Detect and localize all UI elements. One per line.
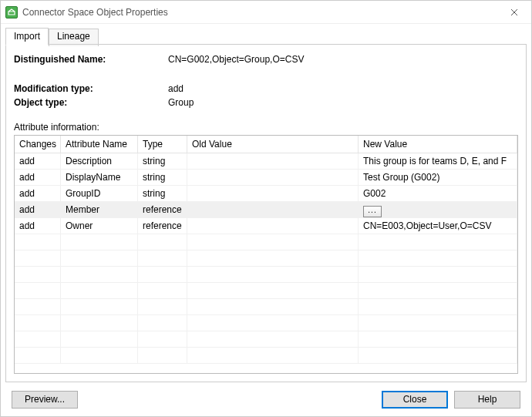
objtype-row: Object type: Group (14, 97, 518, 108)
dn-value: CN=G002,Object=Group,O=CSV (168, 54, 518, 65)
col-oldvalue[interactable]: Old Value (187, 136, 359, 153)
button-bar: Preview... Close Help (1, 387, 531, 416)
table-body: addDescriptionstringThis group is for te… (15, 153, 517, 373)
cell-name: Description (61, 153, 138, 169)
table-row[interactable]: addGroupIDstringG002 (15, 186, 517, 202)
cell-changes: add (15, 153, 61, 169)
cell-new: This group is for teams D, E, and F (359, 153, 517, 169)
cell-type: reference (138, 218, 187, 234)
window-title: Connector Space Object Properties (22, 7, 497, 18)
cell-changes: add (15, 186, 61, 201)
table-row-empty (15, 283, 517, 299)
table-row-empty (15, 348, 517, 364)
table-row[interactable]: addDescriptionstringThis group is for te… (15, 153, 517, 170)
app-icon (5, 6, 18, 18)
table-row-empty (15, 251, 517, 267)
cell-name: GroupID (61, 186, 138, 201)
cell-old (187, 170, 359, 185)
cell-new: CN=E003,Object=User,O=CSV (359, 218, 517, 234)
cell-new: Test Group (G002) (359, 170, 517, 185)
cell-type: string (138, 170, 187, 185)
cell-name: DisplayName (61, 170, 138, 185)
cell-changes: add (15, 170, 61, 185)
cell-new: ... (359, 202, 517, 217)
table-row-empty (15, 267, 517, 283)
tab-lineage[interactable]: Lineage (49, 29, 99, 46)
col-type[interactable]: Type (138, 136, 187, 153)
cell-type: string (138, 186, 187, 201)
cell-name: Owner (61, 218, 138, 234)
cell-old (187, 153, 359, 169)
table-header-row: Changes Attribute Name Type Old Value Ne… (15, 136, 517, 153)
close-icon[interactable] (497, 1, 531, 23)
objtype-label: Object type: (14, 97, 168, 108)
tab-content: Distinguished Name: CN=G002,Object=Group… (5, 45, 527, 382)
cell-old (187, 202, 359, 217)
close-button[interactable]: Close (382, 391, 448, 409)
modtype-row: Modification type: add (14, 83, 518, 94)
cell-new: G002 (359, 186, 517, 201)
modtype-value: add (168, 83, 518, 94)
table-row-empty (15, 315, 517, 331)
cell-old (187, 186, 359, 201)
ellipsis-button[interactable]: ... (363, 206, 382, 217)
cell-type: reference (138, 202, 187, 217)
tab-import[interactable]: Import (5, 28, 49, 45)
objtype-value: Group (168, 97, 518, 108)
col-newvalue[interactable]: New Value (359, 136, 517, 153)
col-changes[interactable]: Changes (15, 136, 61, 153)
tab-lineage-label: Lineage (57, 31, 90, 42)
attribute-table: Changes Attribute Name Type Old Value Ne… (14, 135, 518, 374)
cell-changes: add (15, 202, 61, 217)
dn-row: Distinguished Name: CN=G002,Object=Group… (14, 54, 518, 65)
help-button[interactable]: Help (454, 391, 520, 409)
preview-button[interactable]: Preview... (12, 391, 78, 409)
col-attrname[interactable]: Attribute Name (61, 136, 138, 153)
modtype-label: Modification type: (14, 83, 168, 94)
table-row[interactable]: addOwnerreferenceCN=E003,Object=User,O=C… (15, 218, 517, 234)
cell-changes: add (15, 218, 61, 234)
tabstrip: Import Lineage (5, 27, 527, 45)
tab-import-label: Import (14, 31, 40, 42)
cell-type: string (138, 153, 187, 169)
attr-info-label: Attribute information: (14, 122, 518, 133)
table-row-empty (15, 234, 517, 251)
dn-label: Distinguished Name: (14, 54, 168, 65)
table-row[interactable]: addDisplayNamestringTest Group (G002) (15, 170, 517, 186)
cell-name: Member (61, 202, 138, 217)
cell-old (187, 218, 359, 234)
table-row[interactable]: addMemberreference... (15, 202, 517, 218)
table-row-empty (15, 331, 517, 348)
title-bar: Connector Space Object Properties (1, 1, 531, 24)
table-row-empty (15, 299, 517, 315)
